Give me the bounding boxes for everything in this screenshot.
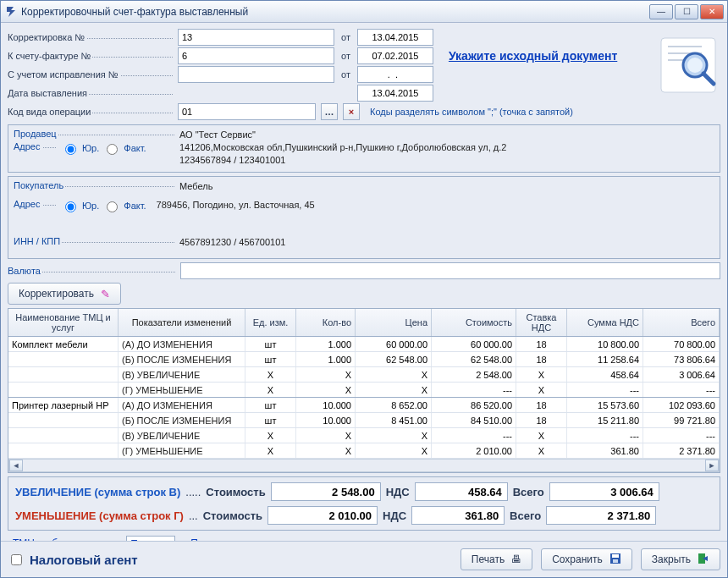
print-button[interactable]: Печать 🖶: [461, 548, 532, 570]
seller-fact-radio[interactable]: [107, 144, 118, 155]
code-clear-button[interactable]: ×: [343, 103, 360, 120]
operation-code-label: Код вида операции: [8, 107, 173, 117]
table-row[interactable]: (В) УВЕЛИЧЕНИЕXXX2 548.00X458.643 006.64: [8, 367, 720, 383]
buyer-fact-radio[interactable]: [107, 201, 118, 212]
bottom-tabs: ТМЦ, работы, услуги Подписи Проводки: [8, 534, 720, 541]
seller-panel: Продавец АО "Тест Сервис" 141206,Московс…: [8, 124, 720, 173]
increase-label: УВЕЛИЧЕНИЕ (сумма строк В): [15, 486, 180, 498]
scroll-left-button[interactable]: ◄: [9, 460, 23, 471]
buyer-inn: 4567891230 / 456700101: [179, 236, 714, 249]
col-qty[interactable]: Кол-во: [296, 309, 356, 336]
items-grid: Наименование ТМЦ и услуг Показатели изме…: [8, 308, 720, 473]
correction-no-label: Корректировка №: [8, 32, 173, 42]
titlebar: Корректировочный счет-фактура выставленн…: [1, 1, 727, 23]
decrease-total[interactable]: [546, 506, 656, 525]
correct-button[interactable]: Корректировать ✎: [8, 283, 121, 305]
col-cost[interactable]: Стоимость: [432, 309, 516, 336]
col-total[interactable]: Всего: [643, 309, 720, 336]
from-label-3: от: [341, 69, 350, 80]
buyer-name: Мебель: [179, 180, 714, 193]
horizontal-scrollbar[interactable]: ◄ ►: [8, 459, 720, 472]
pencil-icon: ✎: [101, 288, 110, 300]
seller-name: АО "Тест Сервис": [179, 129, 714, 141]
buyer-addr-label: Адрес: [14, 199, 56, 209]
operation-code-input[interactable]: [178, 103, 316, 120]
increase-vat[interactable]: [415, 482, 508, 501]
magnifier-icon: [656, 33, 720, 97]
currency-input[interactable]: [180, 262, 720, 279]
col-price[interactable]: Цена: [356, 309, 432, 336]
col-rate[interactable]: Ставка НДС: [516, 309, 567, 336]
save-icon: [609, 553, 621, 567]
table-row[interactable]: (Б) ПОСЛЕ ИЗМЕНЕНИЯшт1.00062 548.0062 54…: [8, 352, 720, 367]
header-form: Корректировка № от К счету-фактуре № от …: [8, 28, 720, 121]
col-indicator[interactable]: Показатели изменений: [119, 309, 245, 336]
table-row[interactable]: Принтер лазерный HP(А) ДО ИЗМЕНЕНИЯшт10.…: [8, 398, 720, 413]
code-hint: Коды разделять символом ";" (точка с зап…: [370, 107, 573, 117]
from-label-2: от: [341, 51, 350, 61]
fix-no-input[interactable]: [178, 66, 334, 83]
window-title: Корректировочный счет-фактура выставленн…: [21, 6, 649, 18]
scroll-right-button[interactable]: ►: [705, 460, 719, 471]
increase-cost[interactable]: [271, 482, 381, 501]
buyer-inn-label: ИНН / КПП: [14, 236, 174, 246]
svg-rect-5: [612, 554, 619, 558]
table-row[interactable]: (Г) УМЕНЬШЕНИЕXXX---X------: [8, 383, 720, 398]
table-row[interactable]: (Б) ПОСЛЕ ИЗМЕНЕНИЯшт10.0008 451.0084 51…: [8, 413, 720, 428]
printer-icon: 🖶: [511, 553, 521, 565]
app-icon: [4, 5, 18, 19]
tax-agent-checkbox[interactable]: Налоговый агент: [8, 552, 138, 568]
increase-total[interactable]: [549, 482, 659, 501]
correction-date-input[interactable]: [357, 29, 433, 46]
source-document-link[interactable]: Укажите исходный документ: [449, 49, 617, 63]
buyer-jur-radio[interactable]: [65, 201, 76, 212]
fix-date-input[interactable]: [357, 66, 433, 83]
svg-rect-6: [613, 559, 618, 563]
fix-no-label: С учетом исправления №: [8, 69, 173, 80]
issue-date-label: Дата выставления: [8, 88, 173, 98]
table-row[interactable]: (Г) УМЕНЬШЕНИЕXXX2 010.00X361.802 371.80: [8, 443, 720, 459]
issue-date-input[interactable]: [357, 85, 433, 102]
exit-icon: [698, 553, 709, 567]
decrease-label: УМЕНЬШЕНИЕ (сумма строк Г): [15, 509, 184, 522]
decrease-vat[interactable]: [411, 506, 505, 525]
currency-label: Валюта: [8, 266, 175, 276]
col-vat[interactable]: Сумма НДС: [567, 309, 643, 336]
table-row[interactable]: (В) УВЕЛИЧЕНИЕXXX---X------: [8, 428, 720, 443]
buyer-panel: Покупатель Мебель Адрес Юр. Факт. 789456…: [8, 176, 720, 259]
app-window: Корректировочный счет-фактура выставленн…: [0, 0, 728, 578]
seller-label: Продавец: [14, 129, 174, 139]
totals-panel: УВЕЛИЧЕНИЕ (сумма строк В) ..... Стоимос…: [8, 476, 720, 531]
close-window-button[interactable]: ✕: [700, 4, 724, 19]
close-button[interactable]: Закрыть: [641, 548, 720, 570]
buyer-label: Покупатель: [14, 180, 174, 190]
footer: Налоговый агент Печать 🖶 Сохранить Закры…: [1, 541, 727, 577]
grid-body[interactable]: Комплект мебели(А) ДО ИЗМЕНЕНИЯшт1.00060…: [8, 337, 720, 459]
decrease-cost[interactable]: [267, 506, 378, 525]
from-label-1: от: [341, 32, 350, 42]
col-unit[interactable]: Ед. изм.: [245, 309, 296, 336]
col-name[interactable]: Наименование ТМЦ и услуг: [8, 309, 119, 336]
invoice-date-input[interactable]: [357, 47, 433, 64]
invoice-no-label: К счету-фактуре №: [8, 51, 173, 61]
seller-addr-label: Адрес: [14, 141, 56, 151]
seller-jur-radio[interactable]: [65, 144, 76, 155]
table-row[interactable]: Комплект мебели(А) ДО ИЗМЕНЕНИЯшт1.00060…: [8, 337, 720, 352]
buyer-address: 789456, Погодино, ул. Васточная, 45: [157, 199, 714, 212]
invoice-no-input[interactable]: [178, 47, 334, 64]
maximize-button[interactable]: ☐: [675, 4, 698, 19]
correction-no-input[interactable]: [178, 29, 334, 46]
seller-inn: 1234567894 / 123401001: [179, 154, 714, 167]
save-button[interactable]: Сохранить: [541, 548, 632, 570]
minimize-button[interactable]: —: [649, 4, 673, 19]
seller-address: 141206,Московская обл,Пушкинский р-н,Пуш…: [179, 141, 714, 154]
svg-point-2: [687, 58, 703, 73]
code-lookup-button[interactable]: …: [321, 103, 338, 120]
